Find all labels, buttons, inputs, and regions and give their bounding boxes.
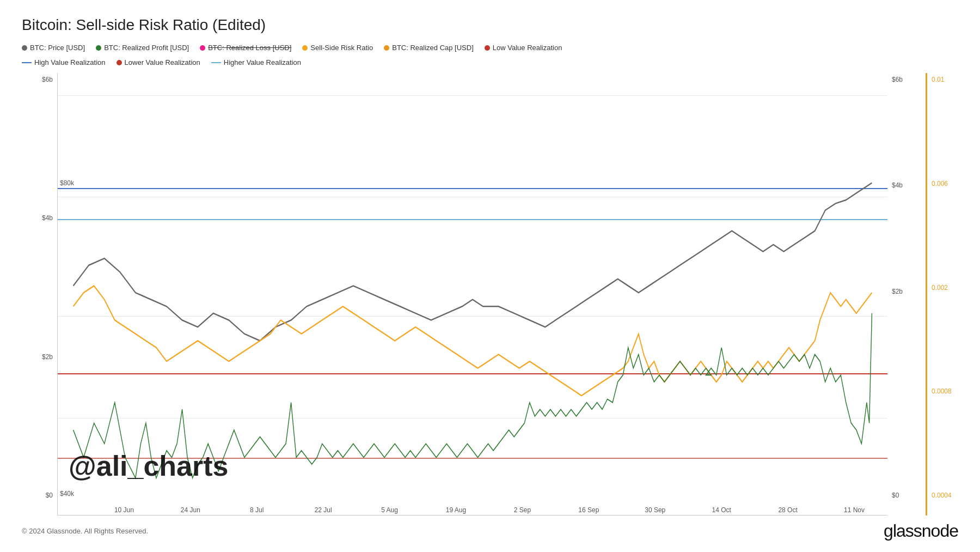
x-label-10jun: 10 Jun <box>114 506 134 514</box>
legend-dot-realized-profit <box>96 45 101 51</box>
legend-item-higher-value: Higher Value Realization <box>211 58 301 66</box>
page-container: Bitcoin: Sell-side Risk Ratio (Edited) B… <box>0 0 980 552</box>
legend-item-low-value: Low Value Realization <box>485 44 562 52</box>
y-axis-right2: 0.01 0.006 0.002 0.0008 0.0004 <box>926 73 958 515</box>
legend-area: BTC: Price [USD] BTC: Realized Profit [U… <box>22 44 958 66</box>
x-label-16sep: 16 Sep <box>578 506 599 514</box>
legend-item-lower-value: Lower Value Realization <box>117 58 200 66</box>
legend-dot-realized-cap <box>384 45 389 51</box>
x-label-19aug: 19 Aug <box>446 506 466 514</box>
legend-line-high-value <box>22 62 32 63</box>
legend-item-realized-profit: BTC: Realized Profit [USD] <box>96 44 189 52</box>
price-label-40k: $40k <box>60 490 74 498</box>
x-label-2sep: 2 Sep <box>514 506 531 514</box>
legend-item-realized-loss: BTC: Realized Loss [USD] <box>200 44 291 52</box>
chart-wrapper: $6b $4b $2b $0 <box>22 73 958 515</box>
x-label-14oct: 14 Oct <box>712 506 731 514</box>
footer-copyright: © 2024 Glassnode. All Rights Reserved. <box>22 527 148 535</box>
legend-dot-lower-value <box>117 60 122 65</box>
y-axis-left: $6b $4b $2b $0 <box>22 73 57 515</box>
legend-item-high-value: High Value Realization <box>22 58 106 66</box>
legend-dot-btc-price <box>22 45 27 51</box>
legend-item-sellside-risk: Sell-Side Risk Ratio <box>302 44 373 52</box>
btc-price-line <box>74 183 872 341</box>
chart-svg <box>58 73 887 499</box>
footer: © 2024 Glassnode. All Rights Reserved. g… <box>22 515 958 541</box>
chart-title: Bitcoin: Sell-side Risk Ratio (Edited) <box>22 16 958 34</box>
x-axis: 10 Jun 24 Jun 8 Jul 22 Jul 5 Aug 19 Aug … <box>58 499 887 515</box>
legend-line-higher-value <box>211 62 221 63</box>
x-label-24jun: 24 Jun <box>181 506 200 514</box>
legend-item-realized-cap: BTC: Realized Cap [USD] <box>384 44 474 52</box>
legend-item-btc-price: BTC: Price [USD] <box>22 44 85 52</box>
sellside-risk-line <box>74 286 872 396</box>
x-label-22jul: 22 Jul <box>315 506 332 514</box>
x-label-11nov: 11 Nov <box>844 506 865 514</box>
watermark: @ali_charts <box>69 450 229 482</box>
x-label-8jul: 8 Jul <box>250 506 264 514</box>
legend-dot-sellside-risk <box>302 45 308 51</box>
price-label-80k: $80k <box>60 179 74 187</box>
chart-area: $80k $40k @ali_charts 10 Jun 24 Jun 8 Ju… <box>57 73 887 515</box>
legend-dot-low-value <box>485 45 490 51</box>
x-label-28oct: 28 Oct <box>778 506 797 514</box>
x-label-5aug: 5 Aug <box>381 506 398 514</box>
x-label-30sep: 30 Sep <box>645 506 665 514</box>
y-axis-right: $6b $4b $2b $0 <box>887 73 926 515</box>
footer-brand: glassnode <box>884 521 958 541</box>
legend-dot-realized-loss <box>200 45 205 51</box>
